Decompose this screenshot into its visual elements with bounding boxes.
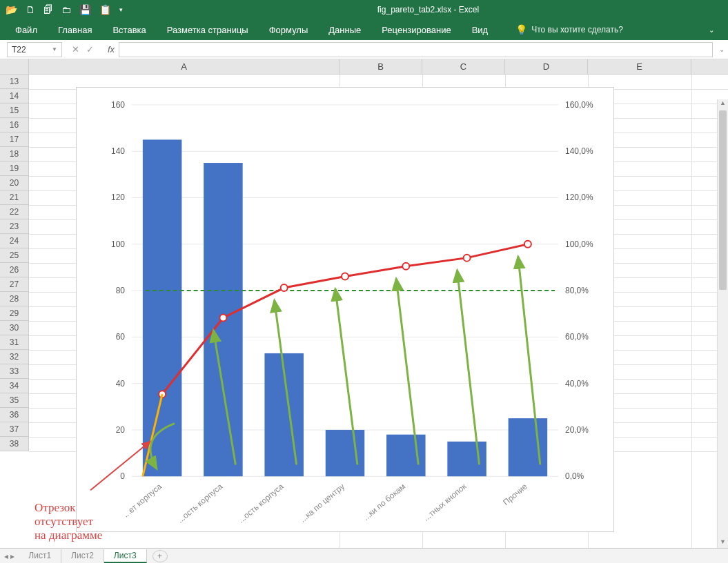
tell-me-placeholder: Что вы хотите сделать?: [531, 25, 623, 35]
bar: [386, 435, 426, 477]
row-header[interactable]: 22: [0, 205, 28, 219]
row-header[interactable]: 26: [0, 263, 28, 277]
row-header[interactable]: 15: [0, 104, 28, 118]
row-header[interactable]: 32: [0, 350, 28, 364]
fx-label[interactable]: fx: [108, 44, 115, 55]
save-icon[interactable]: 💾: [79, 4, 91, 15]
cancel-formula-icon[interactable]: ✕: [72, 44, 79, 55]
copy-icon[interactable]: 🗐: [43, 4, 53, 15]
sheet-tab[interactable]: Лист1: [19, 549, 61, 563]
paste-icon[interactable]: 📋: [99, 4, 111, 15]
ribbon-tabs: Файл Главная Вставка Разметка страницы Ф…: [0, 19, 728, 40]
row-header[interactable]: 33: [0, 364, 28, 379]
svg-text:0: 0: [120, 471, 125, 481]
column-header[interactable]: B: [340, 59, 422, 74]
pareto-chart[interactable]: 00,0%2020,0%4040,0%6060,0%8080,0%100100,…: [76, 87, 614, 532]
column-headers: ABCDE: [0, 59, 728, 75]
row-header[interactable]: 13: [0, 75, 28, 89]
svg-text:20,0%: 20,0%: [565, 425, 589, 435]
column-header[interactable]: A: [29, 59, 340, 74]
row-header[interactable]: 21: [0, 190, 28, 205]
title-bar: 📂 🗋 🗐 🗀 💾 📋 ▾ fig_pareto_tab2.xlsx - Exc…: [0, 0, 728, 19]
svg-text:60,0%: 60,0%: [565, 332, 589, 342]
svg-text:100,0%: 100,0%: [565, 239, 593, 249]
row-header[interactable]: 36: [0, 408, 28, 422]
row-header[interactable]: 20: [0, 176, 28, 190]
row-header[interactable]: 34: [0, 379, 28, 393]
select-all-corner[interactable]: [0, 59, 29, 74]
tab-data[interactable]: Данные: [327, 22, 362, 38]
svg-text:40,0%: 40,0%: [565, 379, 589, 389]
tab-view[interactable]: Вид: [471, 22, 490, 38]
row-header[interactable]: 30: [0, 321, 28, 335]
sheet-tab[interactable]: Лист2: [61, 549, 104, 563]
quick-access-toolbar: 📂 🗋 🗐 🗀 💾 📋 ▾: [0, 4, 128, 15]
tell-me-search[interactable]: 💡 Что вы хотите сделать?: [515, 24, 623, 35]
name-box-dropdown-icon[interactable]: ▼: [52, 46, 57, 52]
worksheet-grid[interactable]: ABCDE 1314151617181920212223242526272829…: [0, 59, 728, 563]
row-header[interactable]: 27: [0, 277, 28, 292]
tab-home[interactable]: Главная: [57, 22, 93, 38]
tab-formulas[interactable]: Формулы: [268, 22, 310, 38]
category-label: ...ки по бокам: [361, 482, 407, 522]
svg-text:80: 80: [116, 286, 126, 295]
row-header[interactable]: 19: [0, 161, 28, 176]
column-header[interactable]: D: [505, 59, 588, 74]
cumulative-marker: [524, 241, 531, 248]
cumulative-marker: [219, 314, 226, 321]
sheet-tab[interactable]: Лист3: [104, 549, 147, 563]
row-header[interactable]: 17: [0, 133, 28, 147]
scroll-down-icon[interactable]: ▼: [718, 538, 728, 548]
row-header[interactable]: 16: [0, 118, 28, 133]
category-label: ...тных кнопок: [422, 481, 469, 523]
svg-text:160,0%: 160,0%: [565, 100, 593, 110]
enter-formula-icon[interactable]: ✓: [86, 44, 94, 55]
category-label: Прочие: [501, 482, 529, 507]
add-sheet-button[interactable]: +: [153, 550, 168, 562]
scroll-up-icon[interactable]: ▲: [718, 99, 728, 109]
open-icon[interactable]: 📂: [6, 4, 17, 15]
row-header[interactable]: 28: [0, 292, 28, 306]
bar: [143, 139, 182, 476]
svg-text:80,0%: 80,0%: [565, 286, 589, 295]
svg-text:100: 100: [111, 239, 125, 249]
row-header[interactable]: 24: [0, 234, 28, 248]
tab-review[interactable]: Рецензирование: [380, 22, 452, 38]
name-box[interactable]: T22 ▼: [7, 42, 62, 57]
row-header[interactable]: 14: [0, 89, 28, 104]
svg-text:120: 120: [111, 193, 125, 202]
qat-dropdown-icon[interactable]: ▾: [119, 6, 123, 13]
vertical-scrollbar[interactable]: ▲ ▼: [717, 99, 728, 548]
formula-bar-expand-icon[interactable]: ⌄: [716, 46, 728, 53]
cumulative-marker: [342, 273, 348, 280]
sheet-nav[interactable]: ◂ ▸: [0, 551, 19, 561]
lightbulb-icon: 💡: [515, 24, 527, 35]
formula-bar-buttons: ✕ ✓ fx: [72, 44, 115, 55]
tab-page-layout[interactable]: Разметка страницы: [166, 22, 250, 38]
annotation-text: Отрезокотсутствуетна диаграмме: [35, 501, 102, 542]
tab-file[interactable]: Файл: [14, 22, 39, 38]
sheet-tabs-bar: ◂ ▸ Лист1Лист2Лист3 +: [0, 548, 728, 563]
row-header[interactable]: 38: [0, 437, 28, 451]
row-header[interactable]: 35: [0, 393, 28, 408]
bar: [326, 430, 365, 476]
name-box-value: T22: [12, 45, 26, 55]
row-header[interactable]: 18: [0, 147, 28, 161]
tab-insert[interactable]: Вставка: [111, 22, 147, 38]
annotation-arrow: [90, 442, 150, 490]
row-header[interactable]: 31: [0, 335, 28, 350]
column-header[interactable]: C: [422, 59, 505, 74]
row-header[interactable]: 37: [0, 422, 28, 437]
scrollbar-thumb[interactable]: [719, 110, 727, 290]
window-title: fig_pareto_tab2.xlsx - Excel: [128, 5, 728, 14]
row-header[interactable]: 29: [0, 306, 28, 321]
row-header[interactable]: 23: [0, 219, 28, 234]
green-arrow: [457, 271, 479, 465]
ribbon-expand-icon[interactable]: ⌄: [709, 26, 714, 34]
row-header[interactable]: 25: [0, 248, 28, 263]
cumulative-marker: [281, 284, 288, 291]
folder-icon[interactable]: 🗀: [61, 4, 71, 15]
column-header[interactable]: E: [588, 59, 691, 74]
formula-bar-input[interactable]: [119, 42, 713, 57]
new-file-icon[interactable]: 🗋: [26, 4, 35, 15]
